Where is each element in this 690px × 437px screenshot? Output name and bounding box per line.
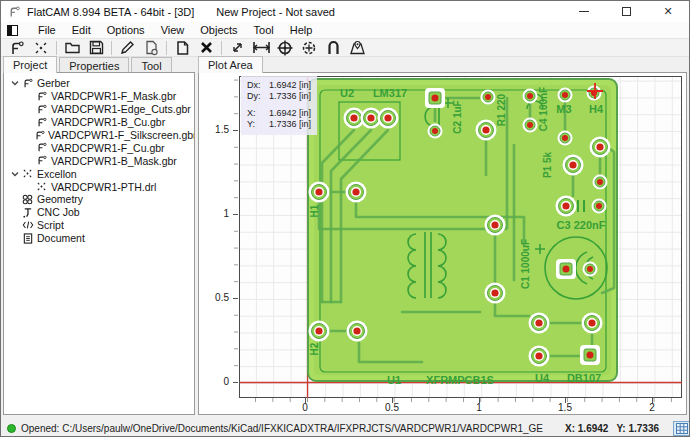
open-project-icon[interactable] [60, 39, 84, 56]
menu-view[interactable]: View [153, 23, 193, 37]
drill-hole [597, 179, 603, 185]
silkscreen-label: C2 1uF [452, 100, 463, 133]
delete-icon[interactable] [194, 39, 218, 56]
x-tick-label: 0.5 [379, 402, 405, 413]
tree-label: VARDCPWR1-F_Mask.gbr [51, 90, 176, 102]
tab-project[interactable]: Project [3, 56, 57, 73]
drill-hole [485, 94, 491, 100]
silkscreen-label: C4 100nF [538, 87, 549, 131]
tree-item-edge-cuts[interactable]: VARDCPWR1-Edge_Cuts.gbr [4, 103, 194, 116]
tooltip-value: 1.6942 [in] [269, 108, 311, 119]
toolbar [1, 39, 689, 57]
y-tick-mark [233, 130, 238, 131]
tree-group-document[interactable]: Document [4, 232, 194, 245]
status-opened-path: C:/Users/paulw/OneDrive/Documents/KiCad/… [62, 423, 543, 434]
menu-edit[interactable]: Edit [64, 23, 99, 37]
tab-plot-area[interactable]: Plot Area [198, 56, 263, 73]
set-origin-icon[interactable] [273, 39, 297, 56]
copy-object-icon[interactable] [170, 39, 194, 56]
y-tick-label: 0 [203, 376, 229, 387]
minimize-button[interactable] [563, 1, 605, 22]
silkscreen-label: H4 [589, 103, 604, 115]
menu-file[interactable]: File [30, 23, 64, 37]
drill-hole [482, 126, 489, 133]
tab-tool[interactable]: Tool [131, 57, 171, 73]
left-tab-bar: Project Properties Tool [3, 57, 174, 73]
tree-item-pth-drl[interactable]: VARDCPWR1-PTH.drl [4, 180, 194, 193]
y-axis-minor-ticks [234, 76, 238, 398]
save-project-icon[interactable] [84, 39, 108, 56]
cursor-tooltip: Dx:1.6942 [in] Dy:1.7336 [in] X:1.6942 [… [241, 76, 317, 135]
open-excellon-icon[interactable] [29, 39, 53, 56]
x-tick-label: 1.5 [552, 402, 578, 413]
tree-item-b-mask[interactable]: VARDCPWR1-B_Mask.gbr [4, 154, 194, 167]
script-icon [21, 220, 34, 230]
open-gerber-icon[interactable] [5, 39, 29, 56]
save-object-icon[interactable] [139, 39, 163, 56]
tree-label: Document [37, 232, 85, 244]
tooltip-label: Dx: [247, 80, 261, 91]
drill-hole [588, 319, 595, 326]
silkscreen-label: LM317 [373, 87, 407, 99]
grid-snap-toggle[interactable] [673, 421, 690, 436]
toggle-snap-icon[interactable] [321, 39, 345, 56]
drill-hole [353, 327, 360, 334]
jump-to-icon[interactable] [297, 39, 321, 56]
tree-label: VARDCPWR1-B_Cu.gbr [51, 116, 165, 128]
y-tick-label: 0.5 [203, 292, 229, 303]
menu-options[interactable]: Options [99, 23, 153, 37]
drill-hole [569, 161, 576, 168]
window-title: FlatCAM 8.994 BETA - 64bit - [3D] [27, 6, 194, 18]
drill-hole [562, 92, 568, 98]
tree-group-cncjob[interactable]: CNC Job [4, 206, 194, 219]
status-dot-icon [7, 424, 16, 433]
tree-item-f-silkscreen[interactable]: VARDCPWR1-F_Silkscreen.gbr [4, 129, 194, 142]
chevron-down-icon[interactable] [9, 80, 21, 86]
tree-group-gerber[interactable]: Gerber [4, 77, 194, 90]
status-opened-prefix: Opened: [21, 423, 59, 434]
tree-label: VARDCPWR1-F_Silkscreen.gbr [48, 129, 195, 141]
document-icon [21, 233, 34, 244]
gerber-icon [35, 117, 48, 128]
status-coord-y: Y: 1.7336 [616, 423, 659, 434]
tab-properties[interactable]: Properties [59, 57, 129, 73]
drill-hole [527, 93, 533, 99]
tree-label: VARDCPWR1-Edge_Cuts.gbr [51, 103, 191, 115]
drill-hole [491, 289, 498, 296]
maximize-button[interactable] [605, 1, 647, 22]
close-button[interactable]: ✕ [647, 1, 689, 22]
tree-label: VARDCPWR1-F_Cu.gbr [51, 142, 165, 154]
measure-icon[interactable] [249, 39, 273, 56]
editor-icon[interactable] [115, 39, 139, 56]
menu-tool[interactable]: Tool [246, 23, 282, 37]
tree-group-excellon[interactable]: Excellon [4, 167, 194, 180]
plot-area-canvas[interactable]: U2LM317C2 1uFR1 220C4 100nFM3H4P1 5kH1H2… [198, 72, 687, 415]
drill-hole [596, 203, 602, 209]
menu-objects[interactable]: Objects [192, 23, 245, 37]
drill-hole [535, 319, 542, 326]
tree-group-geometry[interactable]: Geometry [4, 193, 194, 206]
silkscreen-label: P1 5k [542, 151, 553, 178]
mdi-child-icon[interactable] [7, 25, 18, 36]
tree-label: Script [37, 219, 64, 231]
menu-help[interactable]: Help [282, 23, 321, 37]
tooltip-label: Dy: [247, 91, 261, 102]
chevron-down-icon[interactable] [9, 171, 21, 177]
drill-hole [535, 352, 542, 359]
silkscreen-label: U1 [387, 374, 401, 386]
tree-item-b-cu[interactable]: VARDCPWR1-B_Cu.gbr [4, 116, 194, 129]
gerber-icon [35, 155, 48, 166]
excellon-icon [21, 168, 34, 179]
drill-hole [367, 114, 374, 121]
x-tick-label: 0 [292, 402, 318, 413]
excellon-icon [35, 181, 48, 192]
drill-hole [587, 352, 594, 359]
gerber-icon [35, 130, 45, 141]
title-bar[interactable]: FlatCAM 8.994 BETA - 64bit - [3D] New Pr… [1, 1, 689, 22]
tree-group-script[interactable]: Script [4, 219, 194, 232]
tree-label: CNC Job [37, 206, 80, 218]
tree-item-f-cu[interactable]: VARDCPWR1-F_Cu.gbr [4, 141, 194, 154]
locate-icon[interactable] [345, 39, 369, 56]
replot-icon[interactable] [225, 39, 249, 56]
tree-item-f-mask[interactable]: VARDCPWR1-F_Mask.gbr [4, 90, 194, 103]
